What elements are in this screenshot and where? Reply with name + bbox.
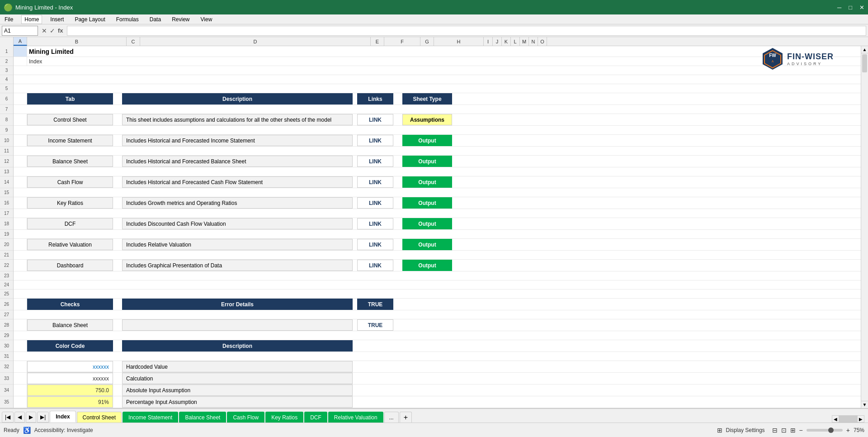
- row-2: Index: [14, 57, 861, 66]
- tab-keyratios[interactable]: Key Ratios: [27, 197, 113, 209]
- row-8: Control Sheet This sheet includes assump…: [14, 114, 861, 126]
- tab-balance[interactable]: Balance Sheet: [27, 156, 113, 167]
- link-control[interactable]: LINK: [357, 114, 393, 125]
- tab-index[interactable]: Index: [50, 411, 75, 423]
- ribbon-review[interactable]: Review: [169, 15, 192, 24]
- desc-hardcoded: Hardcoded Value: [122, 361, 353, 372]
- ribbon-home[interactable]: Home: [21, 15, 42, 24]
- tab-cashflow-bottom[interactable]: Cash Flow: [227, 412, 264, 423]
- tab-control-sheet[interactable]: Control Sheet: [27, 114, 113, 125]
- desc-header-2: Description: [122, 340, 353, 352]
- link-keyratios[interactable]: LINK: [357, 197, 393, 209]
- link-dcf[interactable]: LINK: [357, 218, 393, 229]
- horizontal-scroll-left[interactable]: ◀: [832, 415, 839, 423]
- insert-function-icon[interactable]: fx: [58, 27, 63, 34]
- sheet-type-header: Sheet Type: [402, 93, 452, 104]
- link-dashboard[interactable]: LINK: [357, 260, 393, 271]
- svg-text:FW: FW: [769, 53, 776, 58]
- horizontal-scroll-thumb[interactable]: [839, 415, 857, 423]
- link-relval[interactable]: LINK: [357, 239, 393, 250]
- tab-nav-left-left[interactable]: |◀: [2, 412, 14, 423]
- col-header-o[interactable]: O: [538, 37, 547, 46]
- row-33: xxxxxx Calculation: [14, 373, 861, 385]
- col-header-n[interactable]: N: [529, 37, 538, 46]
- formula-bar-input[interactable]: [67, 26, 866, 36]
- tab-dashboard[interactable]: Dashboard: [27, 260, 113, 271]
- close-button[interactable]: ✕: [859, 4, 864, 11]
- tab-relval[interactable]: Relative Valuation: [27, 239, 113, 250]
- checks-header: Checks: [27, 299, 113, 310]
- tab-add[interactable]: +: [400, 412, 412, 423]
- row-34: 750.0 Absolute Input Assumption: [14, 385, 861, 396]
- display-settings-icon[interactable]: ⊞: [717, 427, 722, 434]
- row-18: DCF Includes Discounted Cash Flow Valuat…: [14, 218, 861, 230]
- page-layout-icon[interactable]: ⊡: [781, 427, 787, 434]
- row-3: [14, 66, 861, 75]
- col-header-j[interactable]: J: [493, 37, 502, 46]
- tab-more[interactable]: ...: [384, 412, 399, 423]
- link-income[interactable]: LINK: [357, 135, 393, 146]
- confirm-formula-icon[interactable]: ✓: [50, 27, 55, 34]
- row-32: xxxxxx Hardcoded Value: [14, 361, 861, 373]
- type-cashflow: Output: [402, 176, 452, 188]
- scroll-down-button[interactable]: ▼: [861, 401, 868, 408]
- maximize-button[interactable]: □: [849, 4, 852, 11]
- col-header-m[interactable]: M: [520, 37, 529, 46]
- col-header-e[interactable]: E: [371, 37, 384, 46]
- col-header-f[interactable]: F: [384, 37, 420, 46]
- col-header-i[interactable]: I: [484, 37, 493, 46]
- zoom-in-icon[interactable]: +: [846, 427, 850, 434]
- col-header-l[interactable]: L: [511, 37, 520, 46]
- col-header-b[interactable]: B: [27, 37, 127, 46]
- vertical-scrollbar[interactable]: ▲ ▼: [861, 46, 868, 408]
- tab-cashflow[interactable]: Cash Flow: [27, 176, 113, 188]
- colorcode-header: Color Code: [27, 340, 113, 352]
- scroll-thumb[interactable]: [862, 54, 867, 72]
- scroll-up-button[interactable]: ▲: [861, 46, 868, 53]
- ribbon-view[interactable]: View: [198, 15, 215, 24]
- tab-nav-right-right[interactable]: ▶|: [37, 412, 49, 423]
- name-box[interactable]: A1: [2, 26, 38, 36]
- logo-name: FIN-WISER: [787, 52, 834, 62]
- col-header-g[interactable]: G: [420, 37, 434, 46]
- tab-income-bottom[interactable]: Income Statement: [123, 412, 178, 423]
- col-header-c[interactable]: C: [127, 37, 140, 46]
- col-header-k[interactable]: K: [502, 37, 511, 46]
- link-balance[interactable]: LINK: [357, 156, 393, 167]
- minimize-button[interactable]: ─: [837, 4, 841, 11]
- tab-nav-left[interactable]: ◀: [14, 412, 25, 423]
- row-5: [14, 84, 861, 93]
- window-title: Mining Limited - Index: [15, 4, 73, 11]
- status-ready: Ready: [4, 427, 19, 433]
- logo-hex-icon: FW A: [761, 47, 784, 71]
- tab-balance-bottom[interactable]: Balance Sheet: [179, 412, 226, 423]
- desc-control-sheet: This sheet includes assumptions and calc…: [122, 114, 353, 125]
- ribbon-file[interactable]: File: [2, 15, 16, 24]
- error-detail-balance: [122, 319, 353, 331]
- normal-view-icon[interactable]: ⊟: [772, 427, 778, 434]
- horizontal-scroll-right[interactable]: ▶: [857, 415, 864, 423]
- ribbon-formulas[interactable]: Formulas: [113, 15, 142, 24]
- tab-dcf-bottom[interactable]: DCF: [304, 412, 327, 423]
- ribbon-insert[interactable]: Insert: [47, 15, 66, 24]
- tab-income[interactable]: Income Statement: [27, 135, 113, 146]
- status-accessibility-icon: ♿: [23, 427, 31, 434]
- cancel-formula-icon[interactable]: ✕: [42, 27, 47, 34]
- tab-dcf[interactable]: DCF: [27, 218, 113, 229]
- ribbon-data[interactable]: Data: [147, 15, 164, 24]
- tab-control-sheet-bottom[interactable]: Control Sheet: [77, 412, 122, 423]
- link-cashflow[interactable]: LINK: [357, 176, 393, 188]
- type-dcf: Output: [402, 218, 452, 229]
- col-header-a[interactable]: A: [14, 37, 27, 46]
- tab-keyratios-bottom[interactable]: Key Ratios: [265, 412, 303, 423]
- page-break-icon[interactable]: ⊞: [790, 427, 796, 434]
- col-header-d[interactable]: D: [140, 37, 371, 46]
- desc-keyratios: Includes Growth metrics and Operating Ra…: [122, 197, 353, 209]
- zoom-slider[interactable]: [807, 429, 843, 432]
- tab-relval-bottom[interactable]: Relative Valuation: [328, 412, 383, 423]
- display-settings-label[interactable]: Display Settings: [726, 427, 765, 433]
- zoom-out-icon[interactable]: −: [799, 427, 803, 434]
- ribbon-pagelayout[interactable]: Page Layout: [72, 15, 108, 24]
- col-header-h[interactable]: H: [434, 37, 484, 46]
- tab-nav-right[interactable]: ▶: [26, 412, 36, 423]
